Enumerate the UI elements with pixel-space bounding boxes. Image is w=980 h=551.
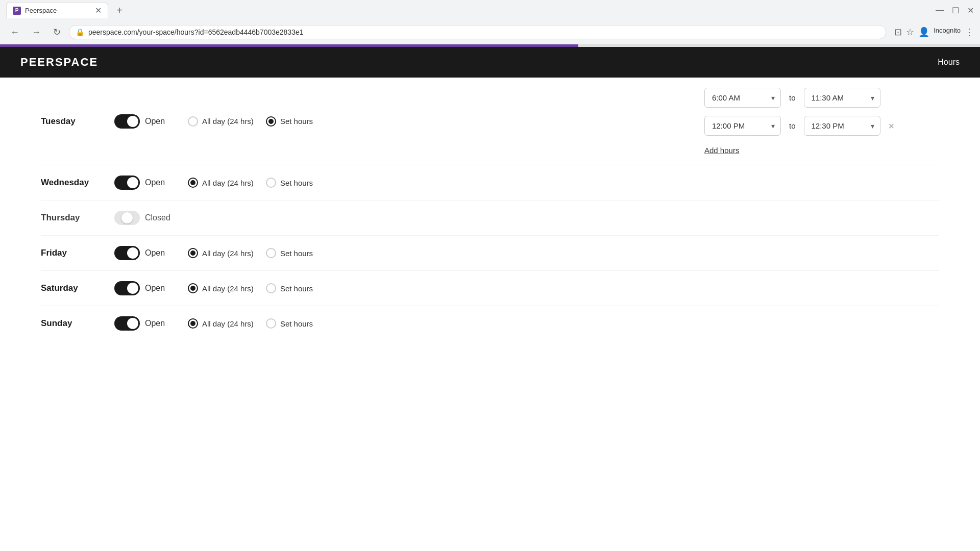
add-hours-link-tuesday[interactable]: Add hours (704, 146, 939, 155)
day-label-sunday: Sunday (41, 318, 102, 329)
day-label-saturday: Saturday (41, 283, 102, 293)
from-select-wrapper-tuesday-2: 12:00 PM ▾ (704, 116, 781, 136)
to-select-tuesday-2[interactable]: 12:30 PM (804, 116, 880, 136)
toggle-wrapper-tuesday: Open (114, 114, 176, 129)
radio-circle-allday-friday (188, 248, 198, 258)
close-button[interactable]: ✕ (967, 6, 974, 15)
radio-label-sethours-wednesday: Set hours (280, 179, 313, 187)
address-bar[interactable]: 🔒 peerspace.com/your-space/hours?id=6562… (69, 25, 886, 39)
toggle-knob-tuesday (127, 116, 138, 127)
radio-label-allday-sunday: All day (24 hrs) (202, 319, 254, 328)
forward-button[interactable]: → (28, 25, 45, 40)
radio-group-friday: All day (24 hrs) Set hours (188, 248, 313, 258)
radio-allday-wednesday[interactable]: All day (24 hrs) (188, 178, 254, 188)
toggle-label-sunday: Open (145, 319, 176, 328)
radio-allday-friday[interactable]: All day (24 hrs) (188, 248, 254, 258)
page-title: Hours (938, 58, 960, 67)
app-header: PEERSPACE Hours (0, 47, 980, 78)
back-button[interactable]: ← (6, 25, 23, 40)
toggle-saturday[interactable] (114, 281, 140, 295)
radio-circle-sethours-sunday (266, 318, 276, 329)
new-tab-button[interactable]: + (112, 3, 127, 17)
toggle-knob-thursday (121, 212, 133, 223)
toggle-sunday[interactable] (114, 316, 140, 331)
bookmark-icon[interactable]: ☆ (906, 27, 914, 38)
remove-timeslot-button-tuesday-2[interactable]: × (887, 119, 897, 133)
main-content: Tuesday Open All day (24 hrs) Set hours … (0, 78, 980, 341)
tab-favicon: P (13, 7, 21, 15)
radio-allday-tuesday[interactable]: All day (24 hrs) (188, 116, 254, 127)
from-select-tuesday-1[interactable]: 6:00 AM (704, 88, 781, 108)
radio-allday-sunday[interactable]: All day (24 hrs) (188, 318, 254, 329)
radio-label-allday-tuesday: All day (24 hrs) (202, 117, 254, 126)
tab-close-button[interactable]: ✕ (95, 6, 102, 15)
browser-titlebar: P Peerspace ✕ + ― ☐ ✕ (0, 0, 980, 20)
toggle-label-thursday: Closed (145, 213, 176, 222)
day-label-wednesday: Wednesday (41, 178, 102, 188)
day-row-friday: Friday Open All day (24 hrs) Set hours (41, 236, 939, 271)
toggle-knob-saturday (127, 283, 138, 294)
time-row-tuesday-2: 12:00 PM ▾ to 12:30 PM ▾ × (704, 116, 939, 136)
radio-sethours-friday[interactable]: Set hours (266, 248, 313, 258)
profile-extension-icon[interactable]: 👤 (918, 27, 929, 38)
day-label-thursday: Thursday (41, 213, 102, 223)
menu-button[interactable]: ⋮ (965, 27, 974, 38)
toggle-wrapper-wednesday: Open (114, 176, 176, 190)
radio-circle-sethours-tuesday (266, 116, 276, 127)
radio-group-saturday: All day (24 hrs) Set hours (188, 283, 313, 293)
radio-sethours-saturday[interactable]: Set hours (266, 283, 313, 293)
time-to-label-tuesday-2: to (787, 121, 798, 130)
toggle-wrapper-thursday: Closed (114, 211, 176, 225)
browser-tab[interactable]: P Peerspace ✕ (6, 2, 108, 18)
browser-chrome: P Peerspace ✕ + ― ☐ ✕ ← → ↻ 🔒 peerspace.… (0, 0, 980, 44)
radio-circle-allday-saturday (188, 283, 198, 293)
toggle-knob-sunday (127, 318, 138, 329)
maximize-button[interactable]: ☐ (952, 6, 959, 15)
reload-button[interactable]: ↻ (49, 24, 65, 40)
from-select-wrapper-tuesday-1: 6:00 AM ▾ (704, 88, 781, 108)
toggle-label-friday: Open (145, 248, 176, 258)
toggle-wrapper-friday: Open (114, 246, 176, 260)
day-row-wednesday: Wednesday Open All day (24 hrs) Set hour… (41, 165, 939, 201)
toolbar-icons: ⊡ ☆ 👤 Incognito ⋮ (894, 27, 974, 38)
day-label-friday: Friday (41, 248, 102, 258)
radio-label-sethours-saturday: Set hours (280, 284, 313, 293)
toggle-friday[interactable] (114, 246, 140, 260)
radio-group-wednesday: All day (24 hrs) Set hours (188, 178, 313, 188)
tab-title: Peerspace (25, 7, 57, 14)
toggle-knob-friday (127, 247, 138, 259)
cast-icon[interactable]: ⊡ (894, 27, 902, 38)
radio-sethours-tuesday[interactable]: Set hours (266, 116, 313, 127)
day-row-tuesday: Tuesday Open All day (24 hrs) Set hours … (41, 78, 939, 165)
radio-label-allday-saturday: All day (24 hrs) (202, 284, 254, 293)
toggle-tuesday[interactable] (114, 114, 140, 129)
incognito-label: Incognito (934, 27, 961, 38)
radio-circle-sethours-saturday (266, 283, 276, 293)
to-select-wrapper-tuesday-2: 12:30 PM ▾ (804, 116, 880, 136)
radio-sethours-sunday[interactable]: Set hours (266, 318, 313, 329)
radio-label-sethours-tuesday: Set hours (280, 117, 313, 126)
time-to-label-tuesday-1: to (787, 93, 798, 102)
day-row-thursday: Thursday Closed (41, 201, 939, 236)
window-controls: ― ☐ ✕ (936, 6, 974, 15)
radio-label-sethours-friday: Set hours (280, 249, 313, 258)
lock-icon: 🔒 (76, 28, 84, 36)
minimize-button[interactable]: ― (936, 6, 944, 15)
radio-label-allday-wednesday: All day (24 hrs) (202, 179, 254, 187)
radio-circle-allday-wednesday (188, 178, 198, 188)
toggle-wednesday[interactable] (114, 176, 140, 190)
day-row-sunday: Sunday Open All day (24 hrs) Set hours (41, 306, 939, 341)
toggle-label-tuesday: Open (145, 117, 176, 126)
radio-group-sunday: All day (24 hrs) Set hours (188, 318, 313, 329)
from-select-tuesday-2[interactable]: 12:00 PM (704, 116, 781, 136)
to-select-tuesday-1[interactable]: 11:30 AM (804, 88, 880, 108)
radio-circle-sethours-wednesday (266, 178, 276, 188)
time-section-tuesday: 6:00 AM ▾ to 11:30 AM ▾ 12:00 PM (704, 88, 939, 155)
browser-toolbar: ← → ↻ 🔒 peerspace.com/your-space/hours?i… (0, 20, 980, 44)
toggle-thursday[interactable] (114, 211, 140, 225)
radio-sethours-wednesday[interactable]: Set hours (266, 178, 313, 188)
radio-allday-saturday[interactable]: All day (24 hrs) (188, 283, 254, 293)
toggle-label-saturday: Open (145, 284, 176, 293)
toggle-wrapper-saturday: Open (114, 281, 176, 295)
toggle-label-wednesday: Open (145, 178, 176, 187)
